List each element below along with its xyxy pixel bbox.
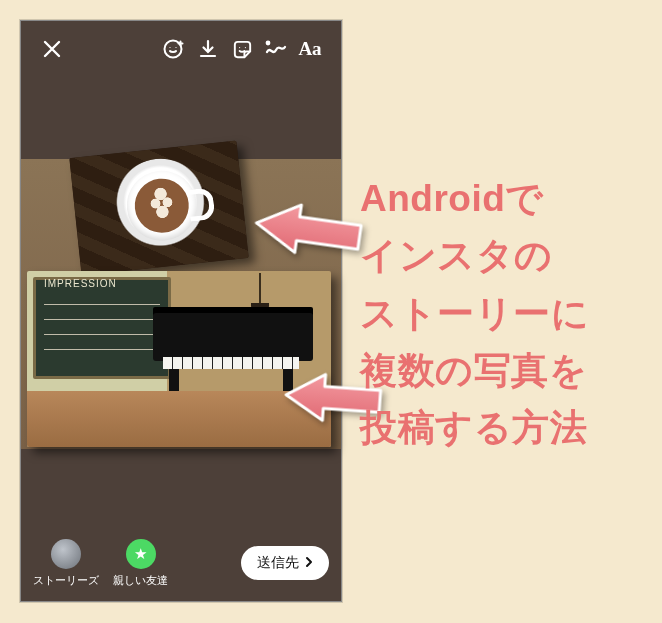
svg-point-1 <box>169 47 170 48</box>
close-friends-icon: ★ <box>126 539 156 569</box>
title-line: 投稿する方法 <box>360 399 644 456</box>
share-to-close-friends[interactable]: ★ 親しい友達 <box>113 539 168 588</box>
inserted-photo-1[interactable] <box>69 141 248 276</box>
download-button[interactable] <box>191 32 225 66</box>
stories-avatar-icon <box>51 539 81 569</box>
title-line: ストーリーに <box>360 285 644 342</box>
send-to-button[interactable]: 送信先 <box>241 546 329 580</box>
svg-point-5 <box>266 41 271 46</box>
share-to-stories[interactable]: ストーリーズ <box>33 539 99 588</box>
svg-point-4 <box>244 47 245 48</box>
share-bar: ストーリーズ ★ 親しい友達 送信先 <box>21 533 341 593</box>
svg-point-2 <box>175 47 176 48</box>
title-line: Androidで <box>360 170 644 227</box>
sticker-button[interactable] <box>225 32 259 66</box>
chevron-right-icon <box>303 555 315 571</box>
stories-label: ストーリーズ <box>33 573 99 588</box>
article-title: Androidで インスタの ストーリーに 複数の写真を 投稿する方法 <box>360 170 644 457</box>
close-button[interactable] <box>35 32 69 66</box>
draw-button[interactable] <box>259 32 293 66</box>
title-line: 複数の写真を <box>360 342 644 399</box>
text-button-label: Aa <box>298 38 321 60</box>
close-friends-label: 親しい友達 <box>113 573 168 588</box>
editor-toolbar: Aa <box>21 29 341 69</box>
chalkboard-text: IMPRESSION <box>44 278 117 289</box>
title-line: インスタの <box>360 227 644 284</box>
text-button[interactable]: Aa <box>293 32 327 66</box>
send-to-label: 送信先 <box>257 554 299 572</box>
story-editor-screen: Aa IMPRESSION ストー <box>20 20 342 602</box>
face-filter-button[interactable] <box>157 32 191 66</box>
svg-point-3 <box>239 47 240 48</box>
